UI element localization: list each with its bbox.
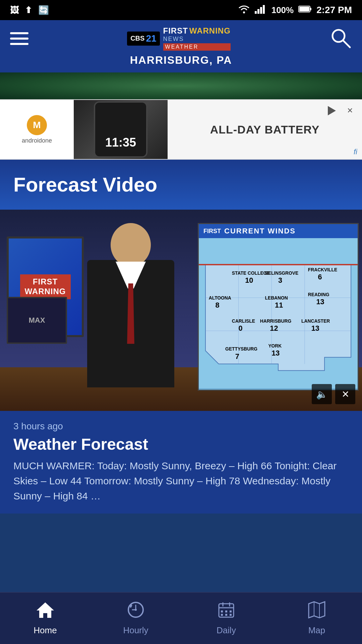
svg-rect-6 (310, 8, 311, 10)
video-close-button[interactable]: ✕ (335, 384, 355, 404)
volume-icon: 🔈 (316, 389, 328, 400)
svg-rect-2 (257, 9, 259, 14)
svg-text:LEBANON: LEBANON (265, 295, 288, 301)
map-source-label: FIRST (203, 228, 221, 235)
hourly-label: Hourly (123, 625, 148, 636)
map-icon (307, 601, 326, 623)
ad-headline: ALL-DAY BATTERY (210, 123, 320, 136)
home-label: Home (34, 625, 57, 636)
fw-line1: FIRST (25, 277, 66, 287)
android-one-label: androidone (22, 137, 52, 144)
status-right-icons: 100% 2:27 PM (238, 4, 352, 16)
small-monitor: MAX (7, 297, 67, 344)
volume-button[interactable]: 🔈 (312, 384, 332, 404)
svg-text:6: 6 (318, 273, 322, 281)
svg-text:13: 13 (272, 349, 280, 357)
app-header: CBS 21 FIRST WARNING NEWS WEATHER (0, 20, 362, 72)
clock-icon (127, 601, 144, 623)
ad-text-area: ALL-DAY BATTERY (168, 123, 362, 136)
svg-rect-39 (199, 264, 358, 265)
svg-rect-51 (225, 614, 227, 616)
ad-banner[interactable]: M androidone 11:35 ALL-DAY BATTERY ✕ fi (0, 99, 362, 160)
weather-map-header: FIRST CURRENT WINDS (199, 224, 358, 238)
svg-text:CARLISLE: CARLISLE (232, 318, 255, 324)
video-content: FIRST WARNING MAX FIRS (0, 210, 362, 411)
svg-text:13: 13 (316, 298, 324, 306)
battery-icon (298, 5, 312, 15)
signal-icon (255, 4, 267, 16)
video-player[interactable]: FIRST WARNING MAX FIRS (0, 210, 362, 411)
bottom-nav: Home Hourly (0, 592, 362, 644)
svg-text:7: 7 (235, 352, 239, 361)
svg-rect-52 (230, 614, 232, 616)
weather-label: WEATHER (165, 44, 199, 50)
video-timestamp: 3 hours ago (13, 421, 349, 432)
location-label: HARRISBURG, PA (130, 54, 232, 66)
svg-rect-7 (299, 7, 309, 11)
svg-text:13: 13 (311, 324, 319, 332)
first-text: FIRST (163, 26, 188, 36)
ad-sponsor: fi (354, 148, 357, 156)
video-info: 3 hours ago Weather Forecast MUCH WARMER… (0, 411, 362, 514)
svg-text:SELINSGROVE: SELINSGROVE (265, 270, 299, 276)
nav-item-home[interactable]: Home (0, 601, 90, 636)
svg-rect-3 (260, 7, 262, 14)
cbs-logo: CBS (130, 35, 144, 42)
video-description: MUCH WARMER: Today: Mostly Sunny, Breezy… (13, 458, 349, 503)
calendar-icon (218, 601, 235, 623)
nav-item-map[interactable]: Map (272, 601, 362, 636)
svg-rect-1 (255, 11, 257, 14)
svg-line-9 (343, 41, 350, 47)
menu-line-1 (10, 32, 28, 34)
svg-point-0 (243, 11, 245, 13)
svg-marker-40 (37, 602, 54, 618)
search-button[interactable] (329, 26, 352, 51)
svg-text:ALTOONA: ALTOONA (209, 295, 231, 301)
map-strip-inner (0, 72, 362, 99)
daily-label: Daily (217, 625, 236, 636)
svg-text:8: 8 (216, 301, 220, 309)
menu-button[interactable] (10, 32, 28, 45)
svg-text:0: 0 (239, 324, 243, 332)
warning-text: WARNING (189, 26, 231, 36)
home-icon (36, 601, 55, 623)
forecast-section: Forecast Video (0, 160, 362, 210)
status-bar: 🖼 ⬆ 🔄 100% (0, 0, 362, 20)
close-icon: ✕ (342, 389, 349, 400)
menu-line-2 (10, 38, 28, 40)
svg-text:LANCASTER: LANCASTER (301, 318, 330, 324)
photo-icon: 🖼 (10, 5, 19, 15)
ad-controls: ✕ (324, 103, 357, 118)
video-headline: Weather Forecast (13, 435, 349, 453)
wifi-icon (238, 4, 250, 16)
first-warning-badge: FIRST WARNING (20, 274, 71, 299)
svg-marker-53 (309, 602, 325, 618)
svg-point-42 (135, 609, 137, 611)
ad-play-button[interactable] (324, 103, 339, 118)
nav-item-hourly[interactable]: Hourly (90, 601, 181, 636)
svg-rect-49 (230, 610, 232, 612)
svg-text:12: 12 (270, 324, 278, 332)
svg-rect-4 (263, 5, 265, 14)
map-body: STATE COLLEGE 10 SELINSGROVE 3 FRACKVILL… (199, 238, 358, 388)
svg-marker-10 (328, 106, 336, 115)
svg-rect-47 (221, 610, 223, 612)
nav-item-daily[interactable]: Daily (181, 601, 272, 636)
map-label: Map (308, 625, 325, 636)
svg-text:FRACKVILLE: FRACKVILLE (308, 267, 337, 272)
svg-text:10: 10 (245, 276, 253, 284)
weather-anchor (67, 223, 194, 411)
battery-level: 100% (272, 5, 294, 15)
ad-phone-image: 11:35 (74, 100, 168, 159)
svg-text:YORK: YORK (268, 343, 282, 348)
svg-rect-48 (225, 610, 227, 612)
channel-number: 21 (146, 33, 156, 44)
svg-text:3: 3 (278, 276, 282, 284)
svg-rect-50 (221, 614, 223, 616)
ad-motorola-logo: M androidone (0, 100, 74, 159)
sync-icon: 🔄 (38, 5, 49, 15)
fw-line2: WARNING (25, 287, 66, 297)
status-left-icons: 🖼 ⬆ 🔄 (10, 5, 49, 15)
ad-close-button[interactable]: ✕ (343, 103, 357, 118)
svg-text:STATE COLLEGE: STATE COLLEGE (232, 270, 270, 276)
